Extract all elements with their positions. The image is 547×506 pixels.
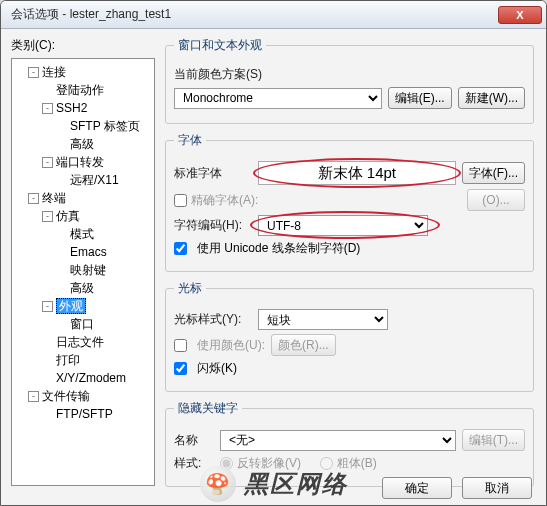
edit-scheme-button[interactable]: 编辑(E)... [388, 87, 452, 109]
kw-name-select[interactable]: <无> [220, 430, 456, 451]
tree-item[interactable]: 打印 [56, 353, 80, 367]
tree-toggle-icon[interactable]: - [42, 301, 53, 312]
encoding-label: 字符编码(H): [174, 217, 252, 234]
tree-item[interactable]: 仿真 [56, 209, 80, 223]
tree-toggle-icon[interactable]: - [28, 193, 39, 204]
kw-bold-radio [320, 457, 333, 470]
tree-item-terminal[interactable]: 终端 [42, 191, 66, 205]
tree-item[interactable]: 端口转发 [56, 155, 104, 169]
color-button: 颜色(R)... [271, 334, 336, 356]
encoding-select[interactable]: UTF-8 [258, 215, 428, 236]
tree-toggle-icon[interactable]: - [28, 391, 39, 402]
tree-item[interactable]: Emacs [70, 245, 107, 259]
tree-item[interactable]: 模式 [70, 227, 94, 241]
ok-button[interactable]: 确定 [382, 477, 452, 499]
window-title: 会话选项 - lester_zhang_test1 [11, 6, 498, 23]
tree-toggle-icon[interactable]: - [28, 67, 39, 78]
kw-name-label: 名称 [174, 432, 214, 449]
tree-item-appearance-selected[interactable]: 外观 [56, 298, 86, 314]
tree-toggle-icon[interactable]: - [42, 211, 53, 222]
tree-item[interactable]: 窗口 [70, 317, 94, 331]
group-legend: 光标 [174, 280, 206, 297]
std-font-label: 标准字体 [174, 165, 252, 182]
tree-item-connection[interactable]: 连接 [42, 65, 66, 79]
font-button[interactable]: 字体(F)... [462, 162, 525, 184]
group-keywords: 隐藏关键字 名称 <无> 编辑(T)... 样式: 反转影像(V) 粗体(B) [165, 400, 534, 487]
kw-bold-label: 粗体(B) [337, 456, 377, 470]
tree-item[interactable]: 高级 [70, 137, 94, 151]
tree-item[interactable]: 远程/X11 [70, 173, 119, 187]
tree-toggle-icon[interactable]: - [42, 157, 53, 168]
group-legend: 隐藏关键字 [174, 400, 242, 417]
cancel-button[interactable]: 取消 [462, 477, 532, 499]
font-display: 新末体 14pt [258, 161, 456, 185]
dialog-window: 会话选项 - lester_zhang_test1 X 类别(C): -连接 登… [0, 0, 547, 506]
category-label: 类别(C): [11, 37, 155, 54]
color-scheme-label: 当前颜色方案(S) [174, 66, 262, 83]
tree-item[interactable]: 高级 [70, 281, 94, 295]
kw-style-label: 样式: [174, 455, 214, 472]
use-color-label: 使用颜色(U): [197, 337, 265, 354]
unicode-lines-label: 使用 Unicode 线条绘制字符(D) [197, 240, 360, 257]
blink-label: 闪烁(K) [197, 360, 237, 377]
group-legend: 窗口和文本外观 [174, 37, 266, 54]
group-font: 字体 标准字体 新末体 14pt 字体(F)... 精确字体(A): (O)..… [165, 132, 534, 272]
tree-item[interactable]: 登陆动作 [56, 83, 104, 97]
unicode-lines-checkbox[interactable] [174, 242, 187, 255]
kw-edit-button: 编辑(T)... [462, 429, 525, 451]
kw-reverse-radio [220, 457, 233, 470]
tree-item[interactable]: X/Y/Zmodem [56, 371, 126, 385]
new-scheme-button[interactable]: 新建(W)... [458, 87, 525, 109]
cursor-style-select[interactable]: 短块 [258, 309, 388, 330]
tree-item[interactable]: SFTP 标签页 [70, 119, 140, 133]
tree-item-filetransfer[interactable]: 文件传输 [42, 389, 90, 403]
tree-item[interactable]: FTP/SFTP [56, 407, 113, 421]
group-appearance: 窗口和文本外观 当前颜色方案(S) Monochrome 编辑(E)... 新建… [165, 37, 534, 124]
kw-reverse-label: 反转影像(V) [237, 456, 301, 470]
blink-checkbox[interactable] [174, 362, 187, 375]
category-tree[interactable]: -连接 登陆动作 -SSH2 SFTP 标签页 高级 -端口转发 远程/X11 [11, 58, 155, 486]
titlebar[interactable]: 会话选项 - lester_zhang_test1 X [1, 1, 546, 29]
group-cursor: 光标 光标样式(Y): 短块 使用颜色(U): 颜色(R)... 闪烁(K) [165, 280, 534, 392]
color-scheme-select[interactable]: Monochrome [174, 88, 382, 109]
use-color-checkbox[interactable] [174, 339, 187, 352]
precise-font-label: 精确字体(A): [191, 193, 258, 207]
precise-font-button: (O)... [467, 189, 525, 211]
tree-item[interactable]: 映射键 [70, 263, 106, 277]
tree-item[interactable]: SSH2 [56, 101, 87, 115]
precise-font-checkbox[interactable] [174, 194, 187, 207]
group-legend: 字体 [174, 132, 206, 149]
tree-toggle-icon[interactable]: - [42, 103, 53, 114]
cursor-style-label: 光标样式(Y): [174, 311, 252, 328]
close-icon[interactable]: X [498, 6, 542, 24]
tree-item[interactable]: 日志文件 [56, 335, 104, 349]
font-display-text: 新末体 14pt [318, 164, 396, 183]
